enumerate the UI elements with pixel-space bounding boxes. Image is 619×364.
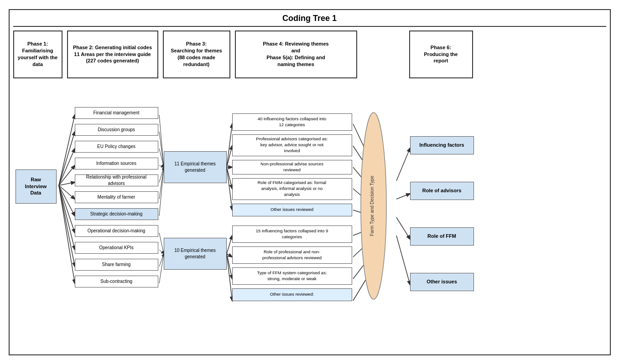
p6-item-2: Role of advisors xyxy=(410,182,474,200)
p2-item-11: Sub-contracting xyxy=(75,276,158,287)
svg-line-6 xyxy=(59,185,75,216)
empirical-top: 11 Empirical themes generated xyxy=(164,151,227,183)
svg-line-11 xyxy=(159,115,164,167)
svg-line-25 xyxy=(227,167,232,189)
p4-top-2: Professional advisors categorised as: ke… xyxy=(232,134,352,156)
svg-line-30 xyxy=(227,254,232,301)
svg-line-16 xyxy=(159,167,164,199)
p4-bot-4: Other issues reviewed: xyxy=(232,288,352,301)
svg-line-7 xyxy=(59,185,75,233)
title: Coding Tree 1 xyxy=(13,14,606,27)
p2-item-3: EU Policy changes xyxy=(75,141,158,153)
p2-item-5: Relationship with professional advisors xyxy=(75,174,158,186)
svg-line-18 xyxy=(159,233,164,254)
p4-top-1: 40 influencing factors collapsed into 12… xyxy=(232,113,352,131)
p6-item-1: Influencing factors xyxy=(410,136,474,154)
phase6-header: Phase 6: Producing the report xyxy=(409,31,473,78)
p2-item-9: Operational KPIs xyxy=(75,242,158,254)
svg-line-43 xyxy=(396,236,410,285)
svg-line-27 xyxy=(227,236,232,254)
svg-line-21 xyxy=(159,254,164,283)
p4-top-3: Non-professional advise sources reviewed xyxy=(232,160,352,174)
svg-line-8 xyxy=(59,185,75,250)
p2-item-6: Mentality of farmer xyxy=(75,191,158,203)
svg-line-28 xyxy=(227,254,232,257)
empirical-bottom: 10 Empirical themes generated xyxy=(164,238,227,270)
ellipse-shape: Farm Type and Decision Type xyxy=(359,110,389,302)
svg-line-40 xyxy=(396,148,410,181)
svg-line-9 xyxy=(59,185,75,267)
p4-top-5: Other issues reviewed xyxy=(232,204,352,216)
svg-line-3 xyxy=(59,165,75,185)
svg-line-20 xyxy=(159,254,164,267)
svg-line-26 xyxy=(227,167,232,210)
svg-line-42 xyxy=(396,217,410,239)
svg-line-19 xyxy=(159,250,164,254)
svg-line-13 xyxy=(159,149,164,167)
svg-line-29 xyxy=(227,254,232,279)
phase2-header: Phase 2: Generating initial codes 11 Are… xyxy=(67,31,158,78)
svg-line-14 xyxy=(159,165,164,167)
p4-bot-1: 15 influencing factors collapsed into 9 … xyxy=(232,226,352,243)
p2-item-10: Share farming xyxy=(75,259,158,271)
main-container: Coding Tree 1 xyxy=(9,9,611,355)
p2-item-4: Information sources xyxy=(75,158,158,169)
p2-item-8: Operational decision-making xyxy=(75,225,158,237)
phase3-header: Phase 3: Searching for themes (88 codes … xyxy=(163,31,230,78)
svg-line-0 xyxy=(59,115,75,185)
raw-data-box: Raw Interview Data xyxy=(16,169,57,204)
svg-line-17 xyxy=(159,167,164,216)
p4-bot-3: Type of FFM system categorised as: stron… xyxy=(232,267,352,285)
phase1-header: Phase 1: Familiarising yourself with the… xyxy=(13,31,62,78)
svg-line-23 xyxy=(227,146,232,167)
p6-item-3: Role of FFM xyxy=(410,227,474,246)
svg-line-4 xyxy=(59,182,75,185)
svg-line-22 xyxy=(227,124,232,167)
p2-item-7: Strategic decision-making xyxy=(75,208,158,220)
phase4-header: Phase 4: Reviewing themes and Phase 5(a)… xyxy=(235,31,357,78)
p2-item-1: Financial management xyxy=(75,107,158,119)
svg-text:Farm Type and Decision Type: Farm Type and Decision Type xyxy=(369,175,375,236)
svg-line-15 xyxy=(159,167,164,182)
p4-bot-2: Role of professional and non- profession… xyxy=(232,246,352,264)
svg-line-2 xyxy=(59,149,75,185)
p2-item-2: Discussion groups xyxy=(75,124,158,136)
svg-line-41 xyxy=(396,194,410,199)
svg-line-10 xyxy=(59,185,75,283)
svg-line-5 xyxy=(59,185,75,199)
svg-line-12 xyxy=(159,132,164,167)
p6-item-4: Other issues xyxy=(410,273,474,291)
svg-line-1 xyxy=(59,132,75,185)
p4-top-4: Role of FMM categorised as: formal analy… xyxy=(232,178,352,200)
